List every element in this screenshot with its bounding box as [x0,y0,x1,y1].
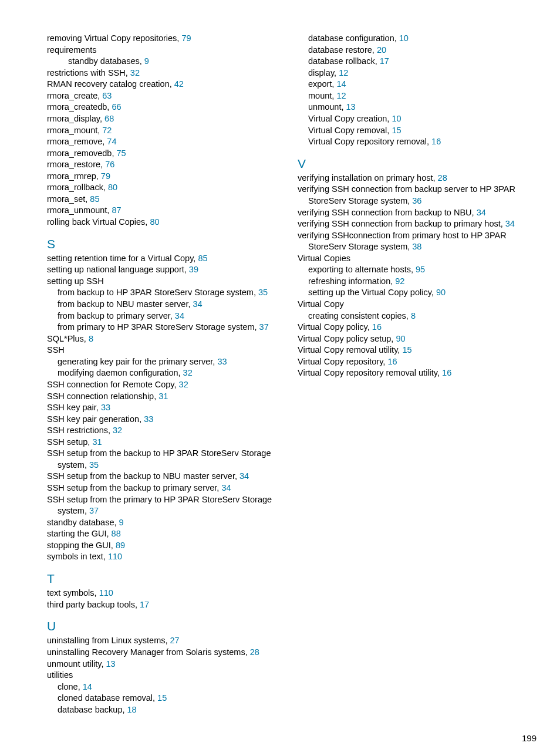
index-entry: verifying SSH connection from backup ser… [298,184,537,207]
page-link[interactable]: 89 [116,541,125,550]
index-entry: verifying SSHconnection from primary hos… [298,230,537,253]
page-link[interactable]: 15 [392,126,401,135]
page-link[interactable]: 16 [442,368,451,377]
index-entry: Virtual Copy [298,299,537,310]
entry-text: SSH connection relationship, [47,391,156,401]
page-link[interactable]: 17 [380,56,389,66]
entry-text: standby database, [47,518,117,527]
page-link[interactable]: 33 [101,403,110,412]
page-link[interactable]: 34 [175,311,184,320]
page-link[interactable]: 37 [89,506,99,515]
index-entry: rmora_remove, 74 [47,136,286,148]
page-link[interactable]: 88 [112,529,121,538]
section-heading: V [298,156,537,171]
index-entry: starting the GUI, 88 [47,528,286,540]
page-link[interactable]: 10 [399,33,409,43]
page-link[interactable]: 35 [89,460,99,470]
entry-text: requirements [47,45,97,55]
page-link[interactable]: 79 [181,33,191,43]
page-link[interactable]: 38 [412,242,421,251]
index-entry: symbols in text, 110 [47,551,286,563]
page-link[interactable]: 14 [83,682,92,691]
page-link[interactable]: 28 [438,173,447,183]
page-link[interactable]: 32 [113,426,122,435]
page-link[interactable]: 33 [217,357,227,366]
page-link[interactable]: 34 [477,208,486,217]
page-link[interactable]: 14 [336,79,346,89]
entry-text: SSH key pair generation, [47,414,141,424]
page-link[interactable]: 13 [346,102,356,112]
page-number: 199 [47,733,537,743]
index-entry: rmora_display, 68 [47,113,286,125]
page-link[interactable]: 18 [127,705,137,714]
page-link[interactable]: 10 [392,114,401,123]
page-link[interactable]: 74 [107,137,116,146]
page-link[interactable]: 42 [174,79,184,89]
index-entry: setting retention time for a Virtual Cop… [47,253,286,265]
page-link[interactable]: 32 [130,68,140,77]
page-link[interactable]: 13 [106,659,115,669]
index-entry: rmora_mount, 72 [47,125,286,137]
page-link[interactable]: 8 [411,311,416,320]
page-link[interactable]: 39 [189,265,198,274]
page-link[interactable]: 31 [92,437,102,447]
page-link[interactable]: 110 [108,552,122,561]
page-link[interactable]: 37 [259,322,269,332]
page-link[interactable]: 17 [140,600,149,609]
page-link[interactable]: 90 [396,334,405,343]
page-link[interactable]: 15 [157,693,167,703]
entry-text: export, [308,79,334,89]
page-link[interactable]: 110 [99,588,113,598]
page-link[interactable]: 32 [183,368,193,377]
index-entry: rmora_set, 85 [47,194,286,205]
entry-text: refreshing information, [308,276,393,286]
index-entry: Virtual Copy repository, 16 [298,356,537,368]
index-entry: SSH [47,345,286,356]
page-link[interactable]: 75 [116,148,126,158]
page-link[interactable]: 76 [105,160,114,169]
entry-text: creating consistent copies, [308,311,409,320]
index-entry: SSH setup from the primary to HP 3PAR St… [47,494,286,517]
page-link[interactable]: 85 [198,254,207,263]
page-link[interactable]: 68 [104,114,114,123]
page-link[interactable]: 80 [108,183,117,192]
page-link[interactable]: 87 [112,205,121,215]
page-link[interactable]: 33 [144,414,153,424]
page-link[interactable]: 20 [377,45,386,55]
page-link[interactable]: 90 [436,288,446,297]
page-link[interactable]: 72 [102,126,112,135]
page-link[interactable]: 80 [150,217,159,227]
page-link[interactable]: 16 [431,137,441,146]
entry-text: rmora_display, [47,114,102,123]
page-link[interactable]: 16 [372,322,382,332]
page-link[interactable]: 34 [239,471,249,481]
page-link[interactable]: 8 [89,334,93,343]
page-link[interactable]: 34 [505,219,515,228]
page-link[interactable]: 32 [179,380,188,389]
page-link[interactable]: 28 [250,647,259,657]
page-link[interactable]: 12 [339,68,348,77]
page-link[interactable]: 31 [158,391,168,401]
index-entry: from primary to HP 3PAR StoreServ Storag… [47,322,286,333]
page-link[interactable]: 66 [112,102,121,112]
entry-text: verifying installation on primary host, [298,173,436,183]
page-link[interactable]: 12 [336,91,346,100]
page-link[interactable]: 63 [102,91,112,100]
index-entry: Virtual Copy creation, 10 [298,113,537,125]
page-link[interactable]: 79 [101,171,110,181]
page-link[interactable]: 85 [90,194,99,204]
page-link[interactable]: 95 [416,265,425,274]
page-link[interactable]: 34 [221,483,231,492]
page-link[interactable]: 34 [193,299,202,309]
page-link[interactable]: 35 [258,288,268,297]
page-link[interactable]: 36 [412,196,421,205]
page-link[interactable]: 15 [402,345,411,355]
page-link[interactable]: 16 [387,357,397,366]
entry-text: rmora_remove, [47,137,104,146]
index-entry: from backup to NBU master server, 34 [47,299,286,310]
page-link[interactable]: 27 [170,636,180,645]
page-link[interactable]: 92 [395,276,404,286]
page-link[interactable]: 9 [119,518,124,527]
page-link[interactable]: 9 [144,56,149,66]
entry-text: restrictions with SSH, [47,68,128,77]
